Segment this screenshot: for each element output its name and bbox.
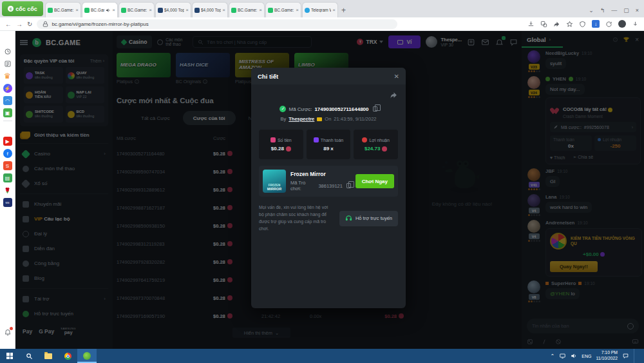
- plant-app-icon[interactable]: 🌹: [3, 186, 12, 195]
- browser-tabbar: c cốc cốc BC.Game: Crypto Ca× BC.Game: C…: [0, 0, 644, 17]
- action-center-icon[interactable]: [622, 353, 629, 359]
- add-app-icon[interactable]: +: [3, 124, 12, 133]
- bcgame-page: b BC.GAME Đặc quyền VIP của tôi Thêm › T…: [15, 31, 644, 349]
- promo-favicon: [194, 8, 200, 13]
- network-icon[interactable]: [559, 353, 566, 359]
- browser-tab[interactable]: BC.Game: Crypto Ca×: [118, 2, 155, 17]
- close-button[interactable]: ×: [636, 7, 639, 14]
- notifications-bell-icon[interactable]: [3, 328, 12, 337]
- tab-close-icon[interactable]: ×: [75, 7, 79, 13]
- coccoc-logo-icon: c: [8, 6, 14, 12]
- coccoc-brand-button[interactable]: c cốc cốc: [2, 1, 43, 16]
- navy-app-icon[interactable]: NN: [3, 198, 12, 207]
- play-now-button[interactable]: Chơi Ngay: [355, 174, 394, 188]
- history-icon[interactable]: [3, 47, 12, 56]
- tab-close-icon[interactable]: ×: [112, 7, 115, 13]
- vip-crown-icon[interactable]: ♛: [3, 72, 12, 81]
- chrome-button[interactable]: [58, 349, 77, 363]
- share-bet-icon[interactable]: [390, 91, 398, 99]
- tray-chevron-icon[interactable]: ⌃: [551, 353, 555, 359]
- download-extension-icon[interactable]: ↓: [592, 20, 600, 28]
- live-support-button[interactable]: Hỗ trợ trực tuyến: [339, 211, 398, 226]
- browser-tab[interactable]: BC.Game: Crypto×: [82, 2, 118, 17]
- profile-icon[interactable]: [618, 20, 626, 28]
- lock-icon: [42, 21, 49, 28]
- forward-button[interactable]: →: [16, 21, 23, 28]
- taskbar-search-button[interactable]: [19, 349, 39, 363]
- browser-tab[interactable]: BC.Game: Crypto Ca×: [229, 2, 265, 17]
- back-button[interactable]: ←: [5, 21, 12, 28]
- browser-tab[interactable]: $4,000 Top Tier Plat×: [155, 2, 191, 17]
- downloads-icon[interactable]: [632, 21, 639, 28]
- on-label: On: [325, 116, 331, 122]
- tab-search-icon[interactable]: ⌄: [589, 7, 594, 14]
- language-indicator[interactable]: ENG: [582, 354, 591, 358]
- game-thumbnail[interactable]: FROZENMIRROR: [263, 170, 286, 193]
- start-button[interactable]: [0, 349, 19, 363]
- bcgame-favicon: [231, 8, 236, 13]
- game-card: FROZENMIRROR Frozen Mirror Mã Trò chơi:3…: [259, 166, 398, 197]
- browser-tab[interactable]: $4,000 Top Tier Plat×: [192, 2, 228, 17]
- dice-icon: [270, 137, 276, 142]
- green-app-icon[interactable]: ▤: [3, 173, 12, 182]
- copy-icon[interactable]: [373, 106, 377, 112]
- maximize-button[interactable]: ▢: [623, 7, 629, 14]
- translate-icon[interactable]: [540, 21, 547, 28]
- tab-close-icon[interactable]: ×: [149, 7, 152, 13]
- bcgame-favicon: [121, 8, 126, 13]
- coccoc-button[interactable]: [77, 349, 97, 363]
- browser-addressbar: ← → ↻ bc.game/vi/game/frozen-mirror-by-p…: [0, 17, 644, 31]
- strip-more-icon[interactable]: ⋯: [3, 340, 12, 349]
- shield-icon[interactable]: [579, 21, 586, 28]
- headset-icon: [345, 215, 352, 222]
- youtube-icon[interactable]: ▶: [3, 137, 12, 146]
- settings-gear-icon[interactable]: ⚙: [3, 35, 12, 44]
- volume-icon[interactable]: [571, 353, 577, 359]
- tab-close-icon[interactable]: ×: [332, 7, 336, 13]
- browser-tab[interactable]: BC.Game: Crypto Ca×: [265, 2, 301, 17]
- bet-username[interactable]: Thespectre: [289, 116, 314, 122]
- chess-icon: [362, 137, 367, 142]
- file-explorer-button[interactable]: [39, 349, 58, 363]
- promo-favicon: [158, 8, 163, 13]
- modal-title: Chi tiết: [258, 73, 278, 80]
- bookmark-star-icon[interactable]: [566, 21, 573, 28]
- support-note: Mọi vấn đề, xin vui lòng liên hệ với bộ …: [259, 204, 334, 232]
- newsfeed-icon[interactable]: [3, 59, 12, 68]
- facebook-icon[interactable]: f: [3, 149, 12, 158]
- strip-divider: [3, 121, 12, 121]
- verified-check-icon: ✓: [279, 106, 286, 112]
- tab-close-icon[interactable]: ×: [259, 7, 262, 13]
- modal-close-icon[interactable]: ✕: [394, 73, 399, 80]
- blue-app-icon[interactable]: ◠: [3, 96, 12, 105]
- taskbar-clock[interactable]: 7:10 PM11/10/2022: [596, 350, 618, 362]
- copy-icon[interactable]: [346, 183, 351, 188]
- browser-tab[interactable]: Telegram Web×: [302, 2, 338, 17]
- shopee-icon[interactable]: S: [3, 161, 12, 170]
- tab-close-icon[interactable]: ×: [222, 7, 225, 13]
- bet-id-label: Mã Cược:: [289, 106, 312, 112]
- download-tray-icon[interactable]: [527, 21, 535, 28]
- tab-close-icon[interactable]: ×: [296, 7, 299, 13]
- new-tab-button[interactable]: +: [341, 6, 346, 15]
- share-icon[interactable]: [553, 21, 560, 28]
- url-bar[interactable]: bc.game/vi/game/frozen-mirror-by-platipu…: [37, 19, 397, 29]
- tab-audio-icon[interactable]: [106, 8, 111, 13]
- stat-amount: Số tiền $0.28: [259, 130, 303, 159]
- minimize-button[interactable]: —: [611, 7, 617, 14]
- modal-header: Chi tiết ✕: [251, 68, 406, 84]
- browser-tab[interactable]: BC.Game: Crypto Ca×: [45, 2, 81, 17]
- messenger-icon[interactable]: ⚡: [3, 84, 12, 93]
- games-icon[interactable]: ▣: [3, 108, 12, 117]
- stat-payout: Thanh toán 89 x: [307, 130, 351, 159]
- refresh-button[interactable]: ↻: [27, 21, 32, 28]
- session-restore-icon[interactable]: ↰: [600, 7, 605, 14]
- bet-id-value: 1749030052711644800: [314, 106, 368, 112]
- bcgame-favicon: [84, 8, 90, 13]
- show-desktop-button[interactable]: [634, 349, 640, 363]
- telegram-favicon: [305, 8, 310, 13]
- bet-datetime: 21:43:59, 9/11/2022: [334, 116, 376, 122]
- tab-close-icon[interactable]: ×: [185, 7, 189, 13]
- sync-icon[interactable]: [605, 21, 612, 28]
- coccoc-app-strip: ⚙ ♛ ⚡ ◠ ▣ + ▶ f S ▤ 🌹 NN ⋯: [0, 31, 15, 349]
